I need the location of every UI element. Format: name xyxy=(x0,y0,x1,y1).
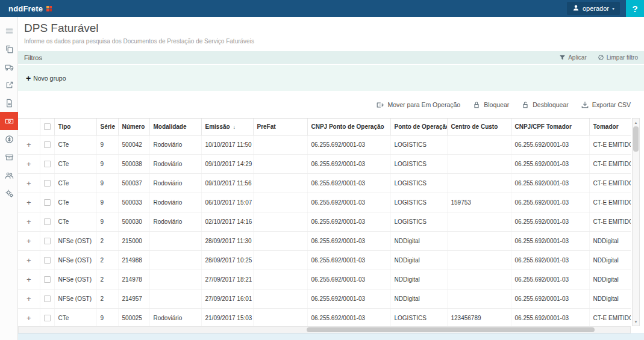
expand-row-button[interactable]: + xyxy=(18,231,40,250)
archive-icon xyxy=(5,153,14,162)
row-checkbox[interactable] xyxy=(44,238,51,244)
slash-circle-icon xyxy=(598,54,604,61)
expand-row-button[interactable]: + xyxy=(18,289,40,308)
expand-row-button[interactable]: + xyxy=(18,308,40,326)
user-menu[interactable]: operador ▾ xyxy=(567,2,620,15)
table-row[interactable]: +CTe9500037Rodoviário09/10/2017 11:5606.… xyxy=(18,173,631,193)
cell-cnpj_tomador: 06.255.692/0001-03 xyxy=(511,193,589,212)
column-header-centro_custo[interactable]: Centro de Custo xyxy=(447,119,511,135)
sidebar-item-banknote[interactable] xyxy=(0,112,18,130)
coin-icon xyxy=(5,135,14,144)
column-header-ponto[interactable]: Ponto de Operação xyxy=(390,119,447,135)
column-header-cnpj_ponto[interactable]: CNPJ Ponto de Operação xyxy=(307,119,390,135)
page-title: DPS Faturável xyxy=(24,22,644,35)
page-subtitle: Informe os dados para pesquisa dos Docum… xyxy=(24,38,644,45)
table-row[interactable]: +CTe9500030Rodoviário02/10/2017 14:1606.… xyxy=(18,212,631,231)
expand-row-button[interactable]: + xyxy=(18,270,40,289)
cell-modalidade: Rodoviário xyxy=(149,173,201,193)
row-checkbox[interactable] xyxy=(44,257,51,264)
expand-row-button[interactable]: + xyxy=(18,193,40,212)
cell-tipo: CTe xyxy=(54,154,96,173)
row-checkbox[interactable] xyxy=(44,161,51,167)
filters-body: + Novo grupo xyxy=(18,65,644,91)
column-header-modalidade[interactable]: Modalidade xyxy=(149,119,201,135)
cell-emissao: 02/10/2017 14:16 xyxy=(201,212,253,231)
cell-cnpj_tomador: 06.255.692/0001-03 xyxy=(511,250,589,270)
cell-tomador: CT-E EMITIDO EM xyxy=(589,135,631,154)
unlock-icon xyxy=(521,100,530,109)
document-icon xyxy=(5,99,14,108)
expand-row-button[interactable]: + xyxy=(18,135,40,154)
sidebar-item-archive[interactable] xyxy=(0,148,18,166)
row-checkbox[interactable] xyxy=(44,276,51,283)
help-button[interactable]: ? xyxy=(626,0,644,17)
cell-tipo: CTe xyxy=(54,212,96,231)
column-header-cnpj_tomador[interactable]: CNPJ/CPF Tomador xyxy=(511,119,589,135)
cell-emissao: 09/10/2017 14:29 xyxy=(201,154,253,173)
table-row[interactable]: +NFSe (OST)221495727/09/2017 16:0106.255… xyxy=(18,289,631,308)
cell-serie: 9 xyxy=(96,173,118,193)
sidebar xyxy=(0,17,18,340)
table-row[interactable]: +CTe9500038Rodoviário09/10/2017 14:2906.… xyxy=(18,154,631,173)
expand-row-button[interactable]: + xyxy=(18,173,40,193)
cell-tipo: CTe xyxy=(54,193,96,212)
vertical-scrollbar-thumb[interactable] xyxy=(633,126,639,152)
scroll-down-button[interactable]: ▼ xyxy=(633,318,639,326)
sidebar-item-copy[interactable] xyxy=(0,40,18,58)
column-header-emissao[interactable]: Emissão ↓ xyxy=(201,119,253,135)
cell-ponto: NDDigital xyxy=(390,231,447,250)
table-row[interactable]: +NFSe (OST)221497827/09/2017 18:2106.255… xyxy=(18,270,631,289)
row-checkbox[interactable] xyxy=(44,295,51,302)
vertical-scrollbar[interactable]: ▲ ▼ xyxy=(632,118,640,326)
row-checkbox[interactable] xyxy=(44,218,51,225)
sidebar-item-gears[interactable] xyxy=(0,184,18,202)
clear-filter-button[interactable]: Limpar filtro xyxy=(598,54,638,61)
row-checkbox[interactable] xyxy=(44,180,51,187)
column-header-tipo[interactable]: Tipo xyxy=(54,119,96,135)
select-all-checkbox[interactable] xyxy=(44,123,51,130)
expand-row-button[interactable]: + xyxy=(18,154,40,173)
cell-centro_custo xyxy=(447,154,511,173)
row-checkbox[interactable] xyxy=(44,141,51,148)
sidebar-item-export[interactable] xyxy=(0,76,18,94)
sidebar-item-truck[interactable] xyxy=(0,58,18,76)
download-icon xyxy=(581,100,589,109)
sidebar-item-menu[interactable] xyxy=(0,22,18,40)
cell-cnpj_ponto: 06.255.692/0001-03 xyxy=(307,308,390,326)
action-unlock-button[interactable]: Desbloquear xyxy=(521,100,569,109)
cell-tipo: CTe xyxy=(54,135,96,154)
column-header-tomador[interactable]: Tomador xyxy=(589,119,631,135)
action-move-button[interactable]: Mover para Em Operação xyxy=(376,100,460,109)
cell-modalidade: Rodoviário xyxy=(149,135,201,154)
table-row[interactable]: +CTe9500033Rodoviário06/10/2017 15:0706.… xyxy=(18,193,631,212)
column-header-numero[interactable]: Número xyxy=(118,119,149,135)
sidebar-item-users[interactable] xyxy=(0,166,18,184)
action-label: Desbloquear xyxy=(533,101,569,108)
horizontal-scrollbar[interactable] xyxy=(18,326,631,333)
scroll-up-button[interactable]: ▲ xyxy=(633,119,639,126)
table-row[interactable]: +NFSe (OST)221498828/09/2017 10:2506.255… xyxy=(18,250,631,270)
action-lock-button[interactable]: Bloquear xyxy=(472,100,509,109)
table-row[interactable]: +NFSe (OST)221500028/09/2017 11:3006.255… xyxy=(18,231,631,250)
cell-numero: 500025 xyxy=(118,308,149,326)
apply-filter-button[interactable]: Aplicar xyxy=(559,54,587,61)
sidebar-item-document[interactable] xyxy=(0,94,18,112)
table-row[interactable]: +CTe9500042Rodoviário10/10/2017 11:5006.… xyxy=(18,135,631,154)
expand-row-button[interactable]: + xyxy=(18,250,40,270)
new-group-button[interactable]: + Novo grupo xyxy=(26,74,66,82)
row-select-cell xyxy=(40,289,54,308)
table-row[interactable]: +CTe9500025Rodoviário21/09/2017 15:0306.… xyxy=(18,308,631,326)
sidebar-item-coin[interactable] xyxy=(0,130,18,148)
expand-column-header xyxy=(18,119,40,135)
action-download-button[interactable]: Exportar CSV xyxy=(581,100,631,109)
brand-logo[interactable]: nddFrete xyxy=(8,4,52,13)
column-header-prefat[interactable]: PreFat xyxy=(253,119,307,135)
cell-modalidade: Rodoviário xyxy=(149,154,201,173)
cell-numero: 214978 xyxy=(118,270,149,289)
column-header-serie[interactable]: Série xyxy=(96,119,118,135)
row-checkbox[interactable] xyxy=(44,315,51,321)
apply-filter-label: Aplicar xyxy=(568,54,587,61)
expand-row-button[interactable]: + xyxy=(18,212,40,231)
horizontal-scrollbar-thumb[interactable] xyxy=(307,327,595,332)
row-checkbox[interactable] xyxy=(44,199,51,206)
